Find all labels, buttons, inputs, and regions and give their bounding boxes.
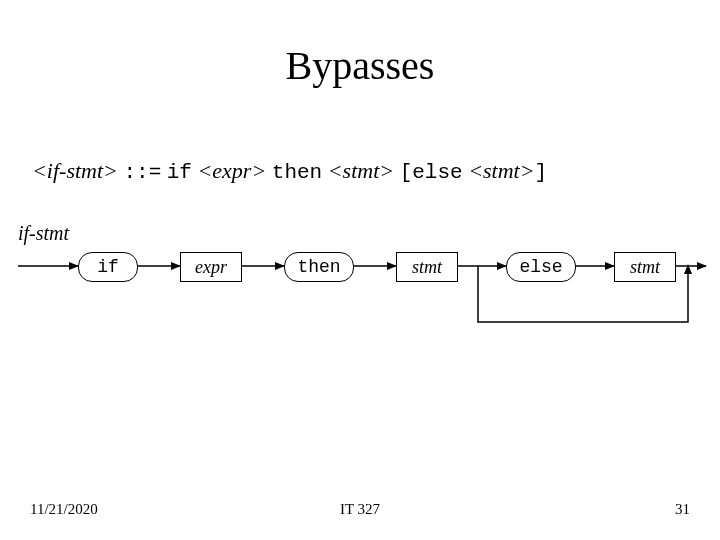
node-else: else (506, 252, 576, 282)
node-stmt2: stmt (614, 252, 676, 282)
node-then: then (284, 252, 354, 282)
syntax-diagram: if expr then stmt else stmt (18, 232, 708, 382)
footer-page: 31 (675, 501, 690, 518)
grammar-then: then (272, 161, 322, 184)
slide-container: Bypasses <if-stmt> ::= if <expr> then <s… (0, 0, 720, 540)
grammar-stmt1: stmt (343, 158, 380, 183)
grammar-expr: expr (212, 158, 251, 183)
node-expr: expr (180, 252, 242, 282)
grammar-stmt2: stmt (483, 158, 520, 183)
node-stmt1: stmt (396, 252, 458, 282)
grammar-op: ::= (123, 161, 161, 184)
node-if: if (78, 252, 138, 282)
grammar-else: else (412, 161, 462, 184)
page-title: Bypasses (0, 42, 720, 89)
footer-center: IT 327 (0, 501, 720, 518)
grammar-lhs: if-stmt (47, 158, 103, 183)
grammar-rule: <if-stmt> ::= if <expr> then <stmt> [els… (32, 158, 547, 184)
grammar-if: if (167, 161, 192, 184)
